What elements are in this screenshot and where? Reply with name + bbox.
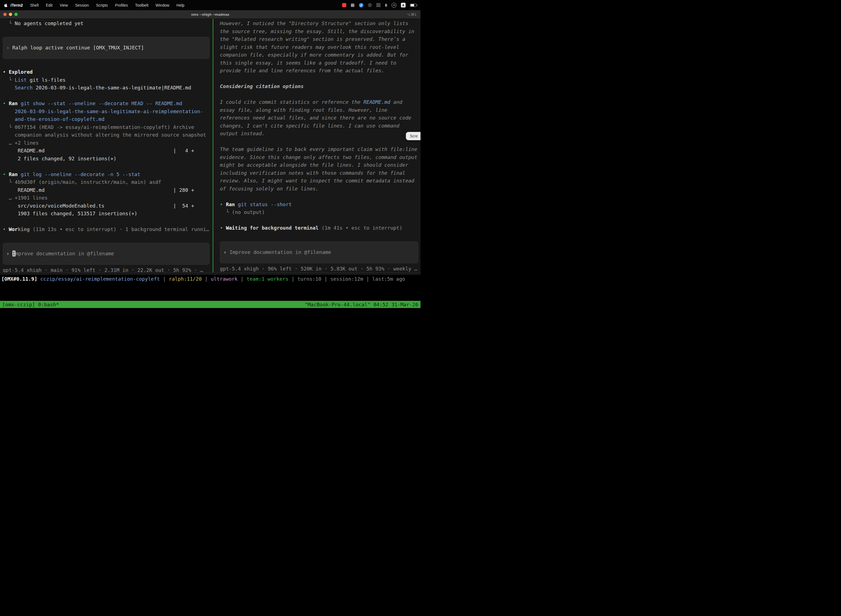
tmux-host-clock: "MacBook-Pro-44.local" 04:52 31-Mar-26 [305, 302, 418, 308]
text-segment: | [237, 276, 247, 282]
text-segment: ultrawork [211, 276, 238, 282]
ralph-inject-banner[interactable]: › Ralph loop active continue [OMX_TMUX_I… [3, 37, 210, 59]
text-segment: the source tree, missing the essay. Stil… [220, 28, 414, 34]
text-segment: git log --oneline --decorate -n 5 --stat [21, 172, 140, 177]
text-segment [3, 85, 15, 91]
blank-line [220, 216, 420, 224]
text-segment: | [363, 276, 372, 282]
text-segment: I [12, 251, 15, 257]
keyboard-input-icon[interactable]: A [401, 3, 406, 7]
menu-item-toolbelt[interactable]: Toolbelt [135, 3, 148, 7]
text-segment: Wor [9, 226, 18, 232]
blank-line [3, 163, 213, 170]
terminal-line: • Ran git show --stat --oneline --decora… [3, 100, 213, 108]
apple-logo-icon[interactable] [4, 3, 8, 8]
terminal-area: └ No agents completed yet › Ralph loop a… [0, 19, 420, 273]
text-segment: and [390, 99, 402, 105]
screen-recording-icon[interactable] [342, 3, 346, 7]
terminal-pane-right[interactable]: However, I noticed the "Directory Struct… [213, 19, 420, 273]
menu-item-shell[interactable]: Shell [30, 3, 39, 7]
compass-icon[interactable] [359, 3, 363, 7]
gauge-icon[interactable]: .61 [391, 3, 397, 8]
window-title: omx --xhigh --madmax [0, 12, 420, 16]
text-segment: git show --stat --oneline --decorate HEA… [21, 100, 182, 106]
terminal-line: the "Related research writing" section i… [220, 35, 420, 43]
terminal-line: src/voice/voiceModeEnabled.ts | 54 + [3, 202, 213, 210]
text-segment: companion analysis without altering the … [3, 132, 206, 138]
terminal-line: companion file, especially if more comme… [220, 51, 420, 59]
terminal-line: companion analysis without altering the … [3, 131, 213, 139]
box-line: › Improve documentation in @filename [6, 250, 206, 258]
terminal-line: The team guideline is to back every impo… [220, 145, 420, 154]
dark-circle-icon[interactable] [368, 3, 372, 7]
text-segment: [OMX#0.11.9] [1, 276, 40, 282]
screen-notification[interactable]: Scre [406, 132, 420, 140]
terminal-line: including verification notes with those … [220, 169, 420, 177]
tmux-session-label: [omx-cczip] 0:bash* [2, 302, 59, 308]
menu-items: iTerm2ShellEditViewSessionScriptsProfile… [10, 3, 184, 7]
terminal-pane-left[interactable]: └ No agents completed yet › Ralph loop a… [0, 19, 213, 273]
text-segment: essay file, along with finding root file… [220, 107, 387, 113]
text-segment: • [3, 69, 9, 75]
battery-fill [410, 4, 414, 6]
text-segment: turns:10 [297, 276, 321, 282]
close-button[interactable] [3, 13, 7, 16]
text-segment: Ran [9, 100, 18, 106]
text-segment: 2 files changed, 92 insertions(+) [3, 155, 116, 161]
text-segment: Considering citation options [220, 84, 303, 89]
text-segment: gpt-5.4 xhigh · main · 91% left · 2.31M … [3, 267, 203, 273]
terminal-line: └ 067f154 (HEAD -> essay/ai-reimplementa… [3, 123, 213, 131]
prompt-input[interactable]: › Improve documentation in @filename [220, 242, 418, 263]
text-segment: README.md | 4 + [3, 148, 194, 154]
battery-icon[interactable] [410, 4, 417, 7]
blank-line [220, 232, 420, 240]
text-segment: • [3, 172, 9, 177]
text-segment: › [224, 249, 230, 255]
terminal-line: … +2 lines [3, 139, 213, 147]
window-grid-icon[interactable]: ▦ [351, 3, 355, 7]
terminal-line: 1903 files changed, 513517 insertions(+) [3, 210, 213, 218]
text-segment: └ [3, 179, 15, 185]
text-segment: Explored [9, 69, 33, 75]
text-segment: changes, I can't cite specific file line… [220, 123, 399, 129]
blank-line [220, 91, 420, 98]
minimize-button[interactable] [9, 13, 12, 16]
text-segment: and-the-erosion-of-copyleft.md [15, 116, 104, 122]
text-segment: the "Related research writing" section i… [220, 36, 405, 42]
menu-item-iterm2[interactable]: iTerm2 [10, 3, 23, 7]
menu-item-window[interactable]: Window [155, 3, 169, 7]
terminal-line: references need actual files, and since … [220, 114, 420, 122]
window-shortcut-badge: ⌥⌘1 [407, 12, 417, 16]
text-segment: └ [220, 209, 232, 215]
menu-item-edit[interactable]: Edit [46, 3, 53, 7]
blank-line [3, 28, 213, 35]
text-segment [3, 109, 15, 114]
blank-line [3, 92, 213, 100]
blank-line [220, 193, 420, 201]
menu-item-profiles[interactable]: Profiles [115, 3, 128, 7]
number-8-icon[interactable]: 8 [385, 3, 387, 7]
text-segment: | [160, 276, 169, 282]
text-segment: cczip/essay/ai-reimplementation-copyleft [40, 276, 160, 282]
text-segment: gpt-5.4 xhigh · 96% left · 520K in · 5.8… [220, 266, 417, 271]
menu-item-view[interactable]: View [60, 3, 68, 7]
text-segment [235, 201, 238, 207]
text-segment: 4b9d30f (origin/main, instructkr/main, m… [15, 179, 161, 185]
text-segment: 2026-03-09-is-legal-the-same-as-legitima… [32, 85, 191, 91]
text-segment [18, 172, 21, 177]
blank-line [3, 60, 213, 69]
text-segment: The team guideline is to back every impo… [220, 146, 417, 152]
prompt-input[interactable]: › Improve documentation in @filename [3, 243, 210, 265]
menu-item-session[interactable]: Session [75, 3, 89, 7]
zoom-button[interactable] [14, 13, 18, 16]
text-segment: › [6, 251, 12, 257]
text-segment: this single essay, it seems like a good … [220, 60, 396, 66]
traffic-lights [3, 13, 18, 16]
terminal-line: might be acceptable alongside the file l… [220, 161, 420, 169]
menu-item-scripts[interactable]: Scripts [96, 3, 108, 7]
box-line: › Ralph loop active continue [OMX_TMUX_I… [6, 44, 206, 52]
menu-item-help[interactable]: Help [177, 3, 185, 7]
dots-grid-icon[interactable] [377, 3, 381, 7]
bottom-gap [0, 283, 420, 301]
window-title-bar[interactable]: omx --xhigh --madmax ⌥⌘1 [0, 10, 420, 19]
